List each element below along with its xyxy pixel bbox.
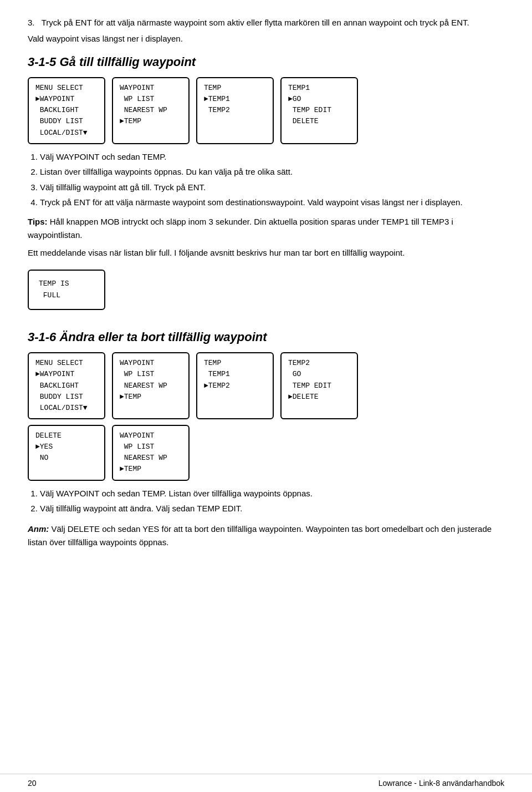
temp-is-full-box: TEMP IS FULL [28,270,105,311]
step1-4: Tryck på ENT för att välja närmaste wayp… [40,195,504,210]
step1-3: Välj tillfällig waypoint att gå till. Tr… [40,180,504,195]
tips-content: Håll knappen MOB intryckt och släpp inom… [28,217,453,240]
section1-title: 3-1-5 Gå till tillfällig waypoint [28,55,504,69]
tips-paragraph: Tips: Håll knappen MOB intryckt och släp… [28,215,504,242]
section2-screens-row1: MENU SELECT ►WAYPOINT BACKLIGHT BUDDY LI… [28,352,504,419]
screen2-5: DELETE ►YES NO [28,425,105,481]
footer-page-number: 20 [28,779,37,788]
full-msg-line1: Ett meddelande visas när listan blir ful… [28,248,367,257]
section1-steps: Välj WAYPOINT och sedan TEMP. Listan öve… [40,150,504,210]
screen1-4: TEMP1 ►GO TEMP EDIT DELETE [280,77,358,144]
section2-title: 3-1-6 Ändra eller ta bort tillfällig way… [28,330,504,344]
section2-steps: Välj WAYPOINT och sedan TEMP. Listan öve… [40,486,504,516]
footer: 20 Lowrance - Link-8 användarhandbok [0,774,532,792]
step2-2: Välj tillfällig waypoint att ändra. Välj… [40,501,504,516]
step2-1: Välj WAYPOINT och sedan TEMP. Listan öve… [40,486,504,501]
step1-2: Listan över tillfälliga waypoints öppnas… [40,165,504,179]
screen2-2: WAYPOINT WP LIST NEAREST WP ►TEMP [112,352,190,419]
anm-content: Välj DELETE och sedan YES för att ta bor… [28,524,492,547]
step1-1: Välj WAYPOINT och sedan TEMP. [40,150,504,164]
screen1-3: TEMP ►TEMP1 TEMP2 [196,77,274,144]
anm-label: Anm: [28,524,49,534]
screen1-1: MENU SELECT ►WAYPOINT BACKLIGHT BUDDY LI… [28,77,105,144]
screen2-4: TEMP2 GO TEMP EDIT ►DELETE [280,352,358,419]
screen2-3: TEMP TEMP1 ►TEMP2 [196,352,274,419]
full-msg-line2: waypoint. [370,248,405,257]
screen1-2: WAYPOINT WP LIST NEAREST WP ►TEMP [112,77,190,144]
section1-screens-row: MENU SELECT ►WAYPOINT BACKLIGHT BUDDY LI… [28,77,504,144]
tips-label: Tips: [28,217,48,226]
anm-paragraph: Anm: Välj DELETE och sedan YES för att t… [28,522,504,549]
intro-line2: Vald waypoint visas längst ner i display… [28,33,504,45]
intro-line1: 3. Tryck på ENT för att välja närmaste w… [28,17,504,29]
screen2-6: WAYPOINT WP LIST NEAREST WP ►TEMP [112,425,190,481]
full-message-para: Ett meddelande visas när listan blir ful… [28,246,504,260]
screen2-1: MENU SELECT ►WAYPOINT BACKLIGHT BUDDY LI… [28,352,105,419]
footer-brand: Lowrance - Link-8 användarhandbok [378,779,504,788]
section2-screens-row2: DELETE ►YES NO WAYPOINT WP LIST NEAREST … [28,425,504,481]
